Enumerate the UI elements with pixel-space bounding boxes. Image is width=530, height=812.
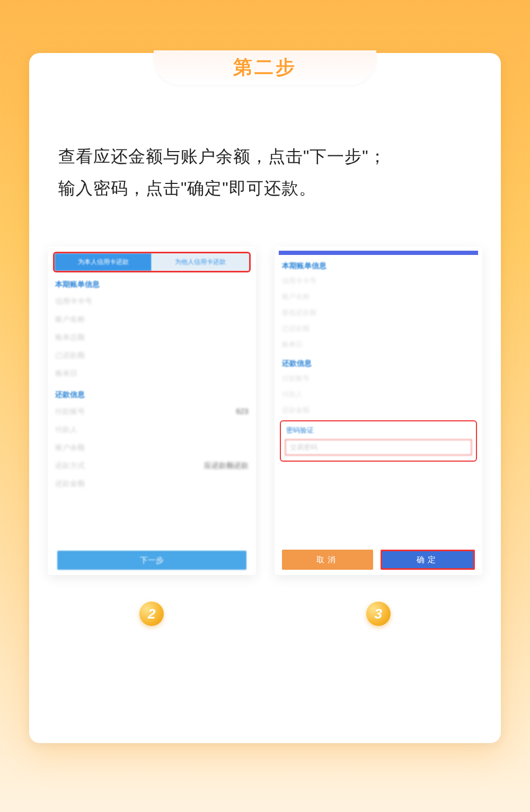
phone-top-bar [279, 251, 479, 255]
phone-screenshot-3: 本期账单信息 信用卡卡号 账户名称 最低还款额 已还款额 账单日 还款信息 付款… [275, 246, 483, 575]
row-card-number: 信用卡卡号 [48, 293, 256, 311]
r-row-amount: 还款金额 [275, 402, 483, 418]
r-row-payer: 付款人 [275, 386, 483, 402]
badge-3: 3 [366, 602, 391, 626]
action-buttons: 取消 确定 [282, 550, 475, 570]
step-title: 第二步 [233, 55, 297, 81]
row-bill-date: 账单日 [48, 365, 256, 383]
password-verify-title: 密码验证 [281, 421, 476, 437]
repay-info-title-r: 还款信息 [275, 352, 483, 370]
row-repay-method: 还款方式 应还款额还款 [48, 457, 256, 475]
phone-screenshot-2: 为本人信用卡还款 为他人信用卡还款 本期账单信息 信用卡卡号 账户名称 账单总额… [48, 246, 256, 575]
step-description: 查看应还金额与账户余额，点击"下一步"； 输入密码，点击"确定"即可还款。 [58, 140, 472, 204]
tab-other-repay[interactable]: 为他人信用卡还款 [152, 253, 249, 271]
bill-info-title-r: 本期账单信息 [275, 255, 483, 273]
bill-info-title: 本期账单信息 [48, 272, 256, 293]
row-paid: 已还款额 [48, 347, 256, 365]
r-row-name: 账户名称 [275, 289, 483, 305]
repay-info-title: 还款信息 [48, 383, 256, 403]
screenshot-row: 为本人信用卡还款 为他人信用卡还款 本期账单信息 信用卡卡号 账户名称 账单总额… [48, 246, 482, 575]
description-line-2: 输入密码，点击"确定"即可还款。 [58, 172, 472, 204]
password-input[interactable]: 交易密码 [285, 439, 472, 455]
description-line-1: 查看应还金额与账户余额，点击"下一步"； [58, 140, 472, 172]
cancel-button[interactable]: 取消 [282, 550, 373, 570]
badge-2: 2 [139, 602, 164, 626]
r-row-paid: 已还款额 [275, 321, 483, 337]
r-row-card: 信用卡卡号 [275, 273, 483, 289]
step-header: 第二步 [154, 50, 376, 85]
repay-tabs: 为本人信用卡还款 为他人信用卡还款 [53, 252, 251, 272]
r-row-account: 付款账号 [275, 370, 483, 386]
password-section-highlight: 密码验证 交易密码 [280, 420, 478, 462]
row-repay-amount: 还款金额 [48, 475, 256, 493]
confirm-button[interactable]: 确定 [381, 550, 475, 570]
row-pay-account: 付款账号 623 [48, 403, 256, 421]
step-badges: 2 3 [48, 602, 482, 626]
next-step-button[interactable]: 下一步 [57, 551, 246, 570]
r-row-min: 最低还款额 [275, 305, 483, 321]
row-bill-total: 账单总额 [48, 329, 256, 347]
r-row-date: 账单日 [275, 337, 483, 352]
repay-method-value: 应还款额还款 [204, 461, 249, 471]
pay-account-value: 623 [236, 407, 248, 417]
tab-self-repay[interactable]: 为本人信用卡还款 [55, 253, 152, 271]
row-balance: 账户余额 [48, 439, 256, 457]
instruction-card: 第二步 查看应还金额与账户余额，点击"下一步"； 输入密码，点击"确定"即可还款… [29, 53, 501, 743]
row-payer: 付款人 [48, 421, 256, 439]
row-account-name: 账户名称 [48, 311, 256, 329]
